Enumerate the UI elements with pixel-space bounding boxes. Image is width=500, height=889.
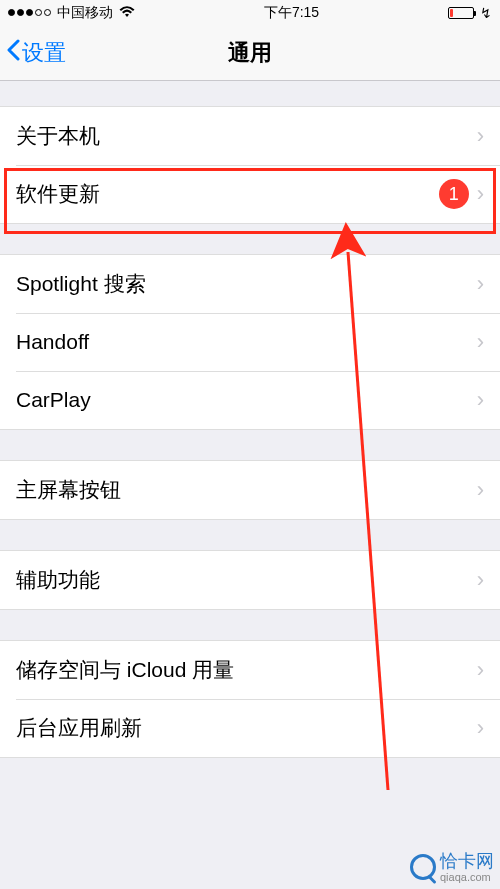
list-group: Spotlight 搜索 › Handoff › CarPlay › xyxy=(0,254,500,430)
row-label: 关于本机 xyxy=(16,122,469,150)
row-storage-icloud[interactable]: 储存空间与 iCloud 用量 › xyxy=(0,641,500,699)
signal-strength-icon xyxy=(8,9,51,16)
status-time: 下午7:15 xyxy=(264,4,319,22)
chevron-right-icon: › xyxy=(477,715,484,741)
watermark-logo-icon xyxy=(410,854,436,880)
watermark: 恰卡网 qiaqa.com xyxy=(410,851,494,883)
row-label: 辅助功能 xyxy=(16,566,469,594)
row-software-update[interactable]: 软件更新 1 › xyxy=(0,165,500,223)
watermark-name: 恰卡网 xyxy=(440,851,494,871)
chevron-right-icon: › xyxy=(477,181,484,207)
chevron-right-icon: › xyxy=(477,271,484,297)
chevron-right-icon: › xyxy=(477,387,484,413)
battery-icon xyxy=(448,7,474,19)
row-home-button[interactable]: 主屏幕按钮 › xyxy=(0,461,500,519)
carrier-label: 中国移动 xyxy=(57,4,113,22)
chevron-right-icon: › xyxy=(477,567,484,593)
notification-badge: 1 xyxy=(439,179,469,209)
row-accessibility[interactable]: 辅助功能 › xyxy=(0,551,500,609)
row-spotlight-search[interactable]: Spotlight 搜索 › xyxy=(0,255,500,313)
chevron-right-icon: › xyxy=(477,477,484,503)
chevron-left-icon xyxy=(6,39,20,67)
row-background-refresh[interactable]: 后台应用刷新 › xyxy=(0,699,500,757)
row-label: 主屏幕按钮 xyxy=(16,476,469,504)
status-left: 中国移动 xyxy=(8,4,135,22)
list-group: 储存空间与 iCloud 用量 › 后台应用刷新 › xyxy=(0,640,500,758)
back-label: 设置 xyxy=(22,38,66,68)
chevron-right-icon: › xyxy=(477,329,484,355)
row-label: 储存空间与 iCloud 用量 xyxy=(16,656,469,684)
row-label: Handoff xyxy=(16,330,469,354)
row-label: 后台应用刷新 xyxy=(16,714,469,742)
row-label: CarPlay xyxy=(16,388,469,412)
chevron-right-icon: › xyxy=(477,657,484,683)
list-group: 主屏幕按钮 › xyxy=(0,460,500,520)
row-handoff[interactable]: Handoff › xyxy=(0,313,500,371)
chevron-right-icon: › xyxy=(477,123,484,149)
charging-icon: ↯ xyxy=(480,5,492,21)
navigation-bar: 设置 通用 xyxy=(0,25,500,81)
list-group: 关于本机 › 软件更新 1 › xyxy=(0,106,500,224)
status-bar: 中国移动 下午7:15 ↯ xyxy=(0,0,500,25)
row-label: Spotlight 搜索 xyxy=(16,270,469,298)
page-title: 通用 xyxy=(228,38,272,68)
wifi-icon xyxy=(119,5,135,21)
row-about[interactable]: 关于本机 › xyxy=(0,107,500,165)
back-button[interactable]: 设置 xyxy=(0,38,66,68)
row-carplay[interactable]: CarPlay › xyxy=(0,371,500,429)
list-group: 辅助功能 › xyxy=(0,550,500,610)
watermark-url: qiaqa.com xyxy=(440,872,494,883)
row-label: 软件更新 xyxy=(16,180,439,208)
status-right: ↯ xyxy=(448,5,492,21)
